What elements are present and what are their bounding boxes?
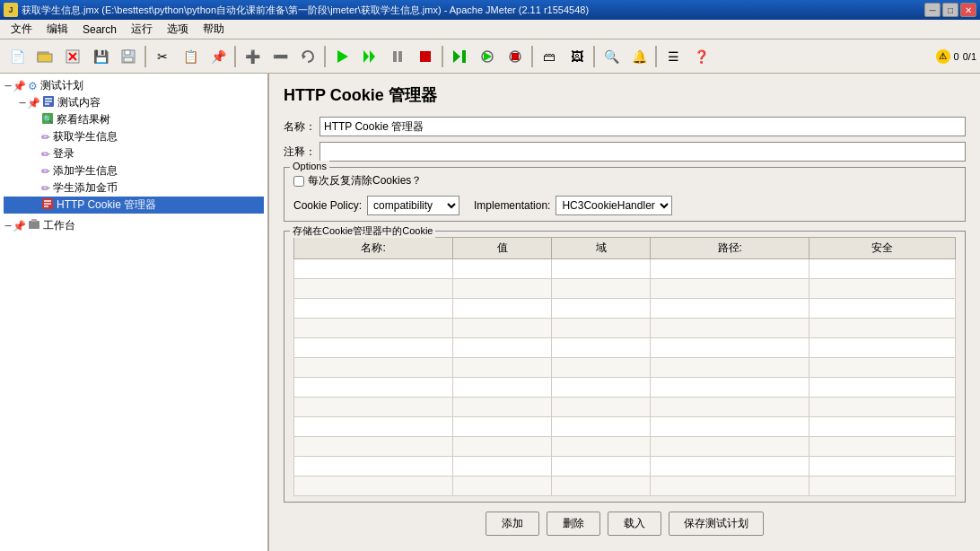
image-button[interactable]: 🖼 [564,43,591,70]
svg-marker-18 [484,52,492,61]
addcoin-icon: ✏ [41,182,50,195]
pause-button[interactable] [384,43,411,70]
search-toolbar-button[interactable]: 🔍 [598,43,625,70]
title-bar: J 获取学生信息.jmx (E:\besttest\python\python自… [0,0,980,20]
login-icon: ✏ [41,148,50,161]
load-button[interactable]: 载入 [608,512,661,536]
implementation-select[interactable]: HC3CookieHandler HC4CookieHandler [556,196,672,215]
getinfo-label: 获取学生信息 [53,129,118,144]
cut-button[interactable]: ✂ [149,43,176,70]
col-name: 名称: [294,238,453,259]
tree-item-addcoin[interactable]: ✏ 学生添加金币 [4,179,264,197]
toolbar: 📄 💾 ✂ 📋 📌 ➕ ➖ [0,39,980,74]
clear-cookies-checkbox[interactable] [293,176,304,187]
notification-button[interactable]: 🔔 [626,43,652,70]
pin-icon-plan: 📌 [13,80,26,92]
minimize-button[interactable]: ─ [924,3,941,17]
tree-item-results[interactable]: 🔍 察看结果树 [4,111,264,128]
menu-file[interactable]: 文件 [4,20,39,39]
workbench-pin-icon: 📌 [13,220,26,232]
svg-rect-31 [29,221,39,229]
table-row [294,398,956,417]
new-button[interactable]: 📄 [4,43,31,70]
name-row: 名称： [284,117,966,136]
toolbar-sep-2 [234,46,236,67]
close-button[interactable]: ✕ [960,3,976,17]
log-button[interactable]: ☰ [660,43,687,70]
run-thread-button[interactable] [446,43,473,70]
plan-label: 测试计划 [40,78,83,93]
add-button[interactable]: 添加 [486,512,539,536]
table-row [294,378,956,398]
expand-icon-thread: ─ [18,98,27,108]
save-plan-button[interactable]: 保存测试计划 [669,512,764,536]
pin-icon-thread: 📌 [27,97,40,109]
remote1-button[interactable] [474,43,501,70]
toolbar-sep-7 [655,46,657,67]
stop-button[interactable] [412,43,439,70]
help-button[interactable]: ❓ [687,43,714,70]
menu-edit[interactable]: 编辑 [39,20,75,39]
svg-rect-32 [31,219,37,222]
error-count: 0/1 [963,51,976,62]
paste-button[interactable]: 📌 [205,43,232,70]
workbench-label: 工作台 [43,218,75,233]
expand-icon-plan: ─ [4,81,13,91]
panel-title: HTTP Cookie 管理器 [284,84,966,106]
results-label: 察看结果树 [57,112,110,127]
table-row [294,299,956,319]
tree-item-addstu[interactable]: ✏ 添加学生信息 [4,162,264,179]
save-button[interactable]: 💾 [87,43,114,70]
comment-input[interactable] [319,142,966,162]
remove-toolbar-button[interactable]: ➖ [267,43,293,70]
cookie-table: 名称: 值 域 路径: 安全 [293,237,956,496]
expand-icon-getinfo [32,132,41,142]
tree-item-plan[interactable]: ─ 📌 ⚙ 测试计划 [4,77,264,94]
tree-item-cookie[interactable]: HTTP Cookie 管理器 [4,197,264,214]
maximize-button[interactable]: □ [942,3,958,17]
tree-item-thread[interactable]: ─ 📌 测试内容 [4,94,264,111]
reset-button[interactable] [294,43,321,70]
svg-marker-11 [370,50,375,63]
tree-item-workbench[interactable]: ─ 📌 工作台 [4,217,264,234]
svg-rect-12 [393,51,397,62]
tree-item-login[interactable]: ✏ 登录 [4,145,264,162]
cookie-policy-select[interactable]: compatibility default ignoreCookies nets… [367,196,459,215]
add-toolbar-button[interactable]: ➕ [239,43,266,70]
jar-button[interactable]: 🗃 [536,43,563,70]
saveas-button[interactable] [115,43,142,70]
col-path: 路径: [651,238,809,259]
menu-search[interactable]: Search [75,22,124,38]
addstu-icon: ✏ [41,165,50,178]
table-row [294,259,956,279]
tree-item-getinfo[interactable]: ✏ 获取学生信息 [4,128,264,145]
svg-marker-10 [363,50,369,63]
open-button[interactable] [31,43,58,70]
delete-button[interactable]: 删除 [547,512,600,536]
checkbox-row: 每次反复清除Cookies？ [293,173,956,188]
menu-bar: 文件 编辑 Search 运行 选项 帮助 [0,20,980,39]
main-layout: ─ 📌 ⚙ 测试计划 ─ 📌 测试内容 🔍 察看结果树 ✏ 获取学生 [0,74,980,551]
svg-rect-7 [124,57,133,62]
copy-button[interactable]: 📋 [177,43,204,70]
warning-count: 0 [954,51,959,62]
menu-help[interactable]: 帮助 [196,20,232,39]
workbench-icon [28,218,40,233]
run-button[interactable] [328,43,355,70]
menu-run[interactable]: 运行 [124,20,160,39]
run-all-button[interactable] [356,43,383,70]
menu-options[interactable]: 选项 [160,20,196,39]
expand-icon-addcoin [32,183,41,193]
plan-icon: ⚙ [28,80,38,92]
col-value: 值 [453,238,552,259]
expand-icon-workbench: ─ [4,221,13,231]
remote2-button[interactable] [502,43,529,70]
addcoin-label: 学生添加金币 [53,180,118,196]
table-row [294,358,956,378]
svg-rect-6 [125,50,130,55]
cookie-icon [41,197,54,213]
toolbar-sep-5 [531,46,533,67]
svg-text:🔍: 🔍 [43,114,54,125]
close-file-button[interactable] [59,43,86,70]
name-input[interactable] [319,117,966,136]
